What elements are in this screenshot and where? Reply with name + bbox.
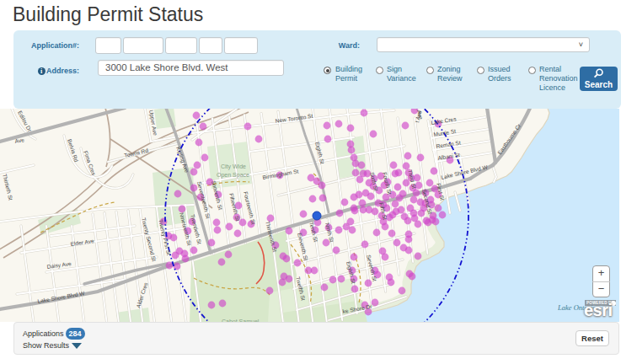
svg-text:Open Space: Open Space <box>217 172 249 179</box>
svg-text:City Wide: City Wide <box>221 163 246 170</box>
